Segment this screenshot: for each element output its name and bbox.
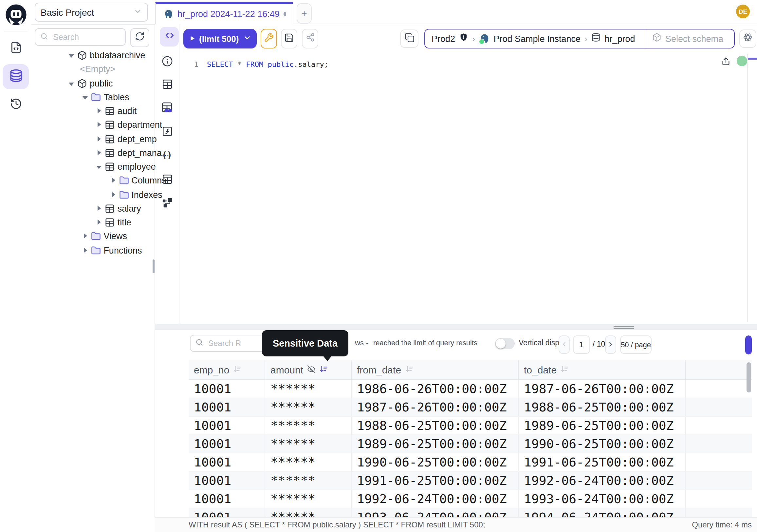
save-button[interactable] — [281, 29, 297, 48]
tree-item-public[interactable]: public — [31, 76, 155, 90]
select-schema-label: Select schema — [665, 34, 723, 44]
select-schema-button[interactable]: Select schema — [646, 29, 729, 48]
new-tab-button[interactable]: + — [297, 3, 312, 24]
sql-editor[interactable] — [179, 52, 757, 324]
connection-context[interactable]: Prod2 › Prod Sample Instance › hr_prod — [425, 29, 646, 48]
table-cell: 10001 — [189, 398, 264, 416]
tree-item-dept-emp[interactable]: dept_emp — [31, 132, 155, 146]
column-header-empty — [685, 360, 752, 379]
sidebar-search-input[interactable] — [52, 32, 120, 42]
avatar[interactable]: DE — [736, 5, 750, 18]
caret-collapsed-icon[interactable] — [82, 234, 88, 239]
table-cell: 10001 — [189, 508, 264, 517]
prev-page-button[interactable] — [559, 335, 570, 354]
table-row[interactable]: 10001******1989-06-25T00:00:00Z1990-06-2… — [189, 435, 752, 454]
upload-icon[interactable] — [721, 56, 731, 66]
page-number-input[interactable]: 1 — [573, 335, 590, 354]
info-icon[interactable] — [161, 55, 173, 67]
caret-expanded-icon[interactable] — [69, 52, 75, 58]
tree-item-indexes[interactable]: Indexes — [31, 188, 155, 202]
table-row[interactable]: 10001******1986-06-26T00:00:00Z1987-06-2… — [189, 380, 752, 398]
panel-splitter[interactable] — [155, 324, 757, 330]
table-row[interactable]: 10001******1991-06-25T00:00:00Z1992-06-2… — [189, 472, 752, 490]
caret-collapsed-icon[interactable] — [97, 108, 103, 114]
table-icon — [105, 204, 115, 214]
column-label: emp_no — [194, 364, 229, 375]
external-tables-icon[interactable] — [161, 173, 173, 185]
tree-item-department[interactable]: department — [31, 118, 155, 132]
column-header-emp_no[interactable]: emp_no — [189, 360, 264, 379]
admin-wrench-button[interactable] — [260, 29, 277, 48]
results-scrollbar[interactable] — [746, 362, 751, 392]
sort-icon[interactable] — [405, 364, 413, 375]
query-time: Query time: 4 ms — [692, 520, 752, 529]
sidebar-header-divider — [31, 24, 155, 25]
unsaved-dot-icon — [284, 12, 286, 16]
sql-editor-mode-button[interactable] — [160, 27, 179, 47]
sensitive-table-icon[interactable] — [161, 102, 173, 113]
caret-collapsed-icon[interactable] — [97, 150, 103, 156]
editor-scroll-gutter — [747, 54, 748, 322]
vertical-display-toggle[interactable] — [495, 338, 515, 349]
run-query-button[interactable]: (limit 500) — [183, 29, 257, 48]
sidebar-resize-handle[interactable] — [153, 260, 155, 273]
project-selector[interactable]: Basic Project — [35, 3, 148, 22]
table-row[interactable]: 10001******1993-06-24T00:00:00Z1994-06-2… — [189, 508, 752, 517]
rail-item-databases[interactable] — [3, 64, 29, 89]
schema-diagram-icon[interactable] — [161, 197, 173, 208]
caret-expanded-icon[interactable] — [97, 164, 103, 170]
table-cell-empty — [685, 490, 752, 508]
tree-item-functions[interactable]: Functions — [31, 243, 155, 258]
export-button[interactable] — [745, 335, 752, 355]
editor-line-1[interactable]: 1 SELECT * FROM public.salary; — [179, 58, 328, 72]
share-button[interactable] — [302, 29, 318, 48]
rail-item-worksheets[interactable] — [3, 36, 29, 61]
tab-hr-prod[interactable]: hr_prod 2024-11-22 16:49 — [155, 2, 293, 24]
refresh-button[interactable] — [130, 28, 149, 47]
tree-item-salary[interactable]: salary — [31, 202, 155, 216]
table-row[interactable]: 10001******1992-06-24T00:00:00Z1993-06-2… — [189, 490, 752, 508]
tree-item-audit[interactable]: audit — [31, 104, 155, 118]
column-header-from_date[interactable]: from_date — [351, 360, 518, 379]
caret-collapsed-icon[interactable] — [110, 192, 116, 198]
tree-item-title[interactable]: title — [31, 216, 155, 230]
table-row[interactable]: 10001******1988-06-25T00:00:00Z1989-06-2… — [189, 417, 752, 435]
tree-item-employee[interactable]: employee — [31, 160, 155, 174]
run-options-chevron-icon[interactable] — [243, 33, 252, 45]
table-row[interactable]: 10001******1990-06-25T00:00:00Z1991-06-2… — [189, 454, 752, 472]
folder-icon — [91, 245, 101, 255]
parentheses-icon[interactable]: () — [161, 149, 173, 161]
table-cell: 1991-06-25T00:00:00Z — [518, 454, 685, 471]
caret-collapsed-icon[interactable] — [110, 178, 116, 184]
tree-item-views[interactable]: Views — [31, 230, 155, 244]
tree-item-dept-mana-[interactable]: dept_mana... — [31, 146, 155, 160]
connection-breadcrumb[interactable]: Prod2 › Prod Sample Instance › hr_prod S… — [424, 29, 735, 48]
tree-item-columns[interactable]: Columns — [31, 174, 155, 188]
sidebar-search[interactable] — [35, 28, 126, 46]
tree-item--empty-[interactable]: <Empty> — [31, 63, 155, 77]
caret-collapsed-icon[interactable] — [97, 136, 103, 142]
caret-collapsed-icon[interactable] — [97, 122, 103, 128]
next-page-button[interactable] — [605, 335, 616, 354]
caret-collapsed-icon[interactable] — [82, 247, 88, 253]
tree-item-tables[interactable]: Tables — [31, 90, 155, 105]
function-icon[interactable] — [161, 125, 173, 137]
sort-icon[interactable] — [560, 364, 569, 375]
page-size-select[interactable]: 50 / page — [620, 335, 651, 354]
folder-icon — [91, 92, 101, 102]
caret-expanded-icon[interactable] — [69, 80, 75, 86]
table-row[interactable]: 10001******1987-06-26T00:00:00Z1988-06-2… — [189, 398, 752, 417]
batch-query-button[interactable] — [400, 29, 418, 48]
tree-item-bbdataarchive[interactable]: bbdataarchive — [31, 48, 155, 63]
bytebase-logo[interactable] — [5, 4, 27, 25]
rail-item-history[interactable] — [3, 92, 29, 117]
sort-icon-active[interactable] — [319, 364, 328, 375]
column-header-to_date[interactable]: to_date — [518, 360, 685, 379]
sort-icon[interactable] — [233, 364, 242, 375]
ai-assistant-button[interactable] — [739, 29, 756, 48]
caret-collapsed-icon[interactable] — [97, 219, 103, 225]
caret-expanded-icon[interactable] — [82, 94, 88, 100]
column-header-amount[interactable]: amount — [264, 360, 351, 379]
tables-icon[interactable] — [161, 78, 173, 90]
caret-collapsed-icon[interactable] — [97, 206, 103, 212]
